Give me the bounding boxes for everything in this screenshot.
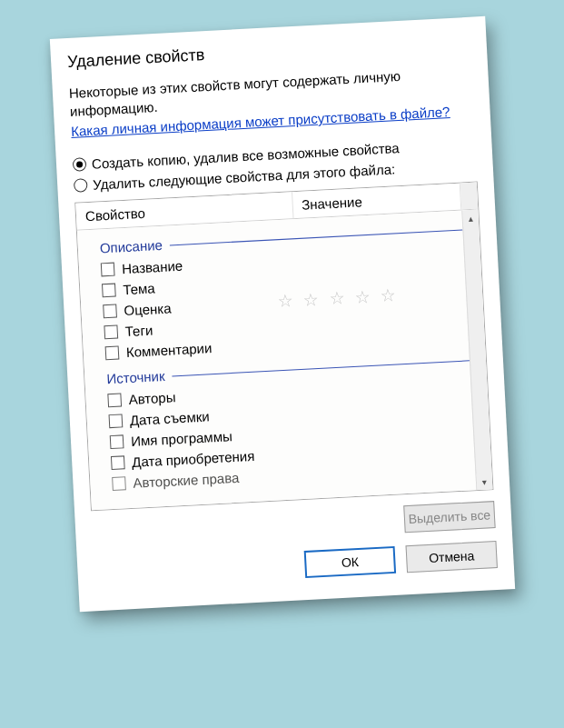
radio-icon-unselected: [73, 178, 87, 193]
list-body: Описание Название Тема Оценка Тег: [76, 210, 492, 511]
item-label: Дата съемки: [129, 408, 210, 428]
checkbox-icon[interactable]: [100, 263, 114, 277]
scroll-up-icon[interactable]: ▴: [462, 210, 479, 227]
checkbox-icon[interactable]: [104, 325, 118, 340]
item-label: Оценка: [124, 300, 172, 318]
checkbox-icon[interactable]: [107, 393, 122, 407]
item-label: Теги: [124, 323, 153, 340]
scroll-header-spacer: [460, 183, 477, 210]
checkbox-icon[interactable]: [108, 414, 123, 428]
checkbox-icon[interactable]: [109, 434, 124, 449]
item-label: Название: [121, 258, 183, 276]
checkbox-icon[interactable]: [112, 476, 126, 491]
item-label: Комментарии: [125, 340, 212, 360]
ok-button[interactable]: ОК: [303, 546, 395, 578]
item-label: Тема: [122, 280, 154, 297]
scroll-down-icon[interactable]: ▾: [476, 473, 492, 490]
select-all-button[interactable]: Выделить все: [403, 501, 495, 533]
cancel-button[interactable]: Отмена: [405, 541, 497, 573]
group-description-label: Описание: [99, 237, 163, 256]
checkbox-icon[interactable]: [110, 455, 124, 470]
checkbox-icon[interactable]: [101, 284, 115, 298]
properties-list: Свойство Значение Описание Название Тема: [74, 182, 493, 512]
group-source-label: Источник: [106, 368, 165, 386]
remove-properties-dialog: Удаление свойств Некоторые из этих свойс…: [49, 16, 514, 612]
item-label: Авторские права: [133, 470, 240, 491]
item-label: Авторы: [128, 389, 176, 407]
item-label: Имя программы: [130, 428, 233, 449]
checkbox-icon[interactable]: [103, 304, 117, 319]
radio-icon-selected: [72, 157, 86, 172]
checkbox-icon[interactable]: [104, 345, 119, 360]
